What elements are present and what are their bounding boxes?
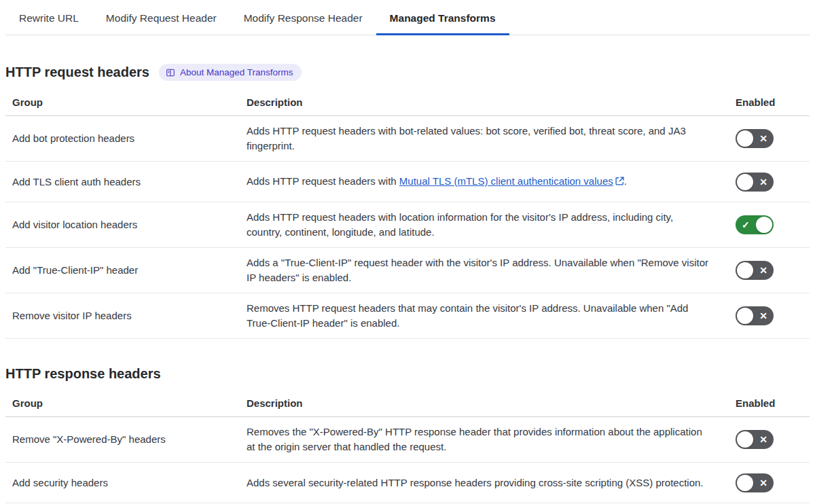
table-row: Add "True-Client-IP" header Adds a "True… bbox=[5, 248, 810, 293]
toggle-state-icon: ✕ bbox=[759, 134, 767, 143]
toggle-knob bbox=[737, 130, 753, 147]
tab-modify-request-header[interactable]: Modify Request Header bbox=[92, 4, 230, 35]
row-description: Removes the "X-Powered-By" HTTP response… bbox=[247, 425, 722, 454]
row-group-label: Add "True-Client-IP" header bbox=[5, 263, 247, 278]
toggle-state-icon: ✕ bbox=[759, 266, 767, 275]
toggle-knob bbox=[756, 217, 772, 233]
toggle-knob bbox=[737, 262, 753, 278]
description-text: . bbox=[624, 175, 627, 187]
row-group-label: Add visitor location headers bbox=[5, 217, 247, 232]
about-managed-transforms-link[interactable]: About Managed Transforms bbox=[159, 64, 302, 81]
book-icon bbox=[166, 68, 175, 77]
toggle-add-security-headers[interactable]: ✕ bbox=[736, 473, 774, 492]
table-row: Add TLS client auth headers Adds HTTP re… bbox=[5, 162, 810, 202]
column-header-group: Group bbox=[5, 96, 247, 108]
response-headers-table: Group Description Enabled Remove "X-Powe… bbox=[5, 391, 810, 503]
toggle-remove-visitor-ip-headers[interactable]: ✕ bbox=[736, 306, 774, 325]
column-header-enabled: Enabled bbox=[722, 96, 810, 108]
tab-rewrite-url[interactable]: Rewrite URL bbox=[5, 4, 92, 35]
response-headers-title: HTTP response headers bbox=[5, 366, 161, 382]
managed-transforms-page: Rewrite URL Modify Request Header Modify… bbox=[0, 4, 815, 503]
toggle-state-icon: ✕ bbox=[759, 177, 767, 186]
table-row: Remove visitor IP headers Removes HTTP r… bbox=[5, 293, 810, 339]
toggle-state-icon: ✕ bbox=[759, 435, 767, 444]
row-group-label: Add TLS client auth headers bbox=[5, 175, 247, 190]
column-header-description: Description bbox=[247, 397, 722, 409]
toggle-add-visitor-location-headers[interactable]: ✓ bbox=[736, 215, 774, 234]
tab-bar: Rewrite URL Modify Request Header Modify… bbox=[5, 4, 810, 35]
toggle-knob bbox=[737, 475, 753, 491]
toggle-state-icon: ✕ bbox=[759, 311, 767, 321]
about-badge-label: About Managed Transforms bbox=[180, 67, 293, 77]
column-header-description: Description bbox=[247, 96, 722, 108]
row-group-label: Add security headers bbox=[5, 475, 247, 490]
toggle-state-icon: ✓ bbox=[742, 220, 750, 230]
toggle-add-bot-protection-headers[interactable]: ✕ bbox=[736, 129, 774, 148]
column-header-enabled: Enabled bbox=[722, 397, 810, 409]
table-header-row: Group Description Enabled bbox=[5, 391, 810, 417]
toggle-state-icon: ✕ bbox=[759, 478, 767, 487]
toggle-knob bbox=[737, 431, 753, 448]
toggle-knob bbox=[737, 174, 753, 190]
table-row: Add bot protection headers Adds HTTP req… bbox=[5, 116, 810, 162]
toggle-add-tls-client-auth-headers[interactable]: ✕ bbox=[736, 173, 774, 192]
tab-managed-transforms[interactable]: Managed Transforms bbox=[376, 4, 509, 35]
row-description: Adds HTTP request headers with bot-relat… bbox=[247, 124, 722, 154]
row-group-label: Remove visitor IP headers bbox=[5, 308, 247, 323]
table-row: Add security headers Adds several securi… bbox=[5, 463, 810, 503]
toggle-add-true-client-ip-header[interactable]: ✕ bbox=[736, 261, 774, 280]
row-description: Adds HTTP request headers with location … bbox=[247, 210, 722, 240]
description-text: Adds HTTP request headers with bbox=[247, 175, 399, 187]
column-header-group: Group bbox=[5, 397, 247, 409]
row-description: Removes HTTP request headers that may co… bbox=[247, 301, 722, 331]
response-headers-section-head: HTTP response headers bbox=[5, 366, 810, 382]
external-link-icon bbox=[615, 175, 624, 190]
table-row: Remove "X-Powered-By" headers Removes th… bbox=[5, 417, 810, 463]
table-row: Add visitor location headers Adds HTTP r… bbox=[5, 202, 810, 248]
row-description: Adds HTTP request headers with Mutual TL… bbox=[247, 174, 722, 190]
mtls-values-link[interactable]: Mutual TLS (mTLS) client authentication … bbox=[399, 175, 613, 187]
request-headers-table: Group Description Enabled Add bot protec… bbox=[5, 90, 810, 339]
tab-modify-response-header[interactable]: Modify Response Header bbox=[230, 4, 376, 35]
toggle-remove-x-powered-by-headers[interactable]: ✕ bbox=[736, 430, 774, 449]
row-description: Adds a "True-Client-IP" request header w… bbox=[247, 255, 722, 285]
request-headers-section-head: HTTP request headers About Managed Trans… bbox=[5, 64, 810, 81]
row-group-label: Remove "X-Powered-By" headers bbox=[5, 432, 247, 447]
table-header-row: Group Description Enabled bbox=[5, 90, 810, 116]
row-description: Adds several security-related HTTP respo… bbox=[247, 475, 722, 490]
request-headers-title: HTTP request headers bbox=[5, 65, 149, 80]
row-group-label: Add bot protection headers bbox=[5, 131, 247, 146]
toggle-knob bbox=[737, 308, 753, 324]
